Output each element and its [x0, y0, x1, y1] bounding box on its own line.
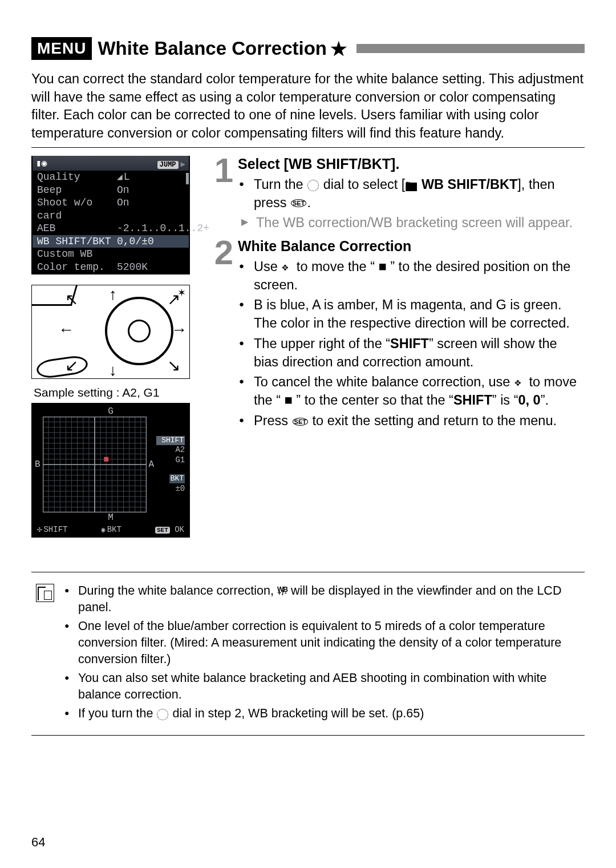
page-title: White Balance Correction: [98, 38, 327, 59]
axis-g-label: G: [35, 406, 187, 417]
camera-menu-row-label: Color temp.: [37, 261, 117, 274]
camera-menu-row-value: ◢L: [117, 171, 129, 184]
set-ok-label: SET OK: [155, 525, 184, 534]
camera-menu-row: Color temp.5200K: [33, 261, 189, 274]
dial-icon: [157, 709, 168, 720]
sample-setting-label: Sample setting : A2, G1: [34, 386, 201, 399]
camera-menu-row: BeepOn: [33, 184, 189, 197]
camera-menu-row-value: -2..1..0..1..2+: [117, 222, 209, 235]
step: 2White Balance CorrectionUse ✥ to move t…: [208, 238, 585, 432]
scroll-indicator: [186, 173, 189, 184]
bullet: To cancel the white balance correction, …: [238, 373, 585, 409]
ok-label: OK: [175, 525, 184, 534]
set-icon: SET: [293, 418, 308, 426]
content-area: ▮◉ JUMP▶ Quality◢LBeepOnShoot w/o cardOn…: [31, 156, 585, 538]
arrow-up-icon: ↑: [109, 285, 117, 304]
bkt-value: ±0: [156, 484, 185, 494]
grid-readout: SHIFT A2 G1 BKT ±0: [156, 436, 186, 494]
camera-menu-topbar: ▮◉ JUMP▶: [33, 156, 189, 171]
step: 1Select [WB SHIFT/BKT].Turn the dial to …: [208, 156, 585, 235]
camera-menu-row-value: 5200K: [117, 261, 148, 274]
manual-page: MENU White Balance Correction ★ You can …: [0, 0, 616, 868]
arrow-ne-icon: ↗: [167, 290, 180, 309]
right-arrow-icon: ▶: [181, 160, 185, 169]
bullet: Use ✥ to move the “ ■ ” to the desired p…: [238, 258, 585, 294]
camera-icon: ▮◉: [36, 158, 47, 169]
shift-g-value: G1: [156, 455, 185, 466]
note-item: During the white balance correction, WB+…: [64, 583, 580, 616]
camera-menu-row: AEB-2..1..0..1..2+: [33, 222, 189, 235]
axis-a-label: A: [149, 459, 155, 470]
camera-menu-row-label: Shoot w/o card: [37, 196, 117, 222]
note-icon: [36, 584, 54, 602]
step-title: Select [WB SHIFT/BKT].: [238, 156, 585, 172]
bullet: Press SET to exit the setting and return…: [238, 412, 585, 430]
page-title-row: MENU White Balance Correction ★: [31, 37, 585, 60]
title-bar: [356, 44, 585, 53]
camera-menu-row-value: On: [117, 196, 129, 222]
camera-menu-row-value: On: [117, 184, 129, 197]
camera-menu-row-label: AEB: [37, 222, 117, 235]
camera-menu-row-label: WB SHIFT/BKT: [37, 235, 117, 248]
star-icon: ★: [330, 38, 347, 60]
shift-section-label: SHIFT: [156, 436, 185, 445]
right-column: 1Select [WB SHIFT/BKT].Turn the dial to …: [208, 156, 585, 538]
note-item: You can also set white balance bracketin…: [64, 670, 580, 703]
note-block: During the white balance correction, WB+…: [31, 572, 585, 735]
axis-m-label: M: [35, 512, 187, 523]
divider: [31, 147, 585, 148]
camera-menu-row: Shoot w/o cardOn: [33, 196, 189, 222]
camera-menu-row-label: Custom WB: [37, 248, 117, 261]
bkt-control-label: BKT: [101, 525, 121, 534]
intro-paragraph: You can correct the standard color tempe…: [31, 70, 585, 143]
step-bullets: Use ✥ to move the “ ■ ” to the desired p…: [238, 258, 585, 430]
page-number: 64: [31, 835, 45, 850]
left-column: ▮◉ JUMP▶ Quality◢LBeepOnShoot w/o cardOn…: [31, 156, 201, 538]
set-badge: SET: [155, 527, 170, 534]
arrow-left-icon: ←: [58, 321, 74, 339]
bullet: The WB correction/WB bracketing screen w…: [240, 214, 585, 232]
step-number: 2: [208, 238, 233, 432]
bullet: B is blue, A is amber, M is magenta, and…: [238, 296, 585, 332]
camera-menu-row: Quality◢L: [33, 171, 189, 184]
note-item: One level of the blue/amber correction i…: [64, 618, 580, 668]
camera-icon: [405, 177, 418, 192]
shift-a-value: A2: [156, 445, 185, 455]
wb-grid: [43, 417, 147, 512]
wb-shift-grid-screenshot: G B A SHIFT A2 G1 BKT ±0 M SHIFT: [31, 403, 190, 538]
axis-b-label: B: [35, 459, 40, 470]
camera-menu-screenshot: ▮◉ JUMP▶ Quality◢LBeepOnShoot w/o cardOn…: [31, 156, 190, 275]
multi-controller-illustration: ✶ ↑ ↓ → ← ↗ ↖ ↘ ↙: [31, 285, 190, 379]
bullet: The upper right of the “SHIFT” screen wi…: [238, 335, 585, 371]
camera-menu-row-value: 0,0/±0: [117, 235, 154, 248]
step-title: White Balance Correction: [238, 238, 585, 255]
arrow-se-icon: ↘: [167, 356, 180, 375]
bkt-section-label: BKT: [169, 474, 185, 483]
arrow-down-icon: ↓: [109, 361, 117, 379]
dial-icon: [307, 180, 319, 191]
note-list: During the white balance correction, WB+…: [64, 583, 580, 724]
arrow-nw-icon: ↖: [65, 290, 78, 309]
jump-badge: JUMP: [157, 161, 179, 169]
wb-plus-minus-icon: WB+/-: [277, 587, 287, 596]
camera-menu-row: Custom WB: [33, 248, 189, 261]
camera-menu-row-label: Quality: [37, 171, 117, 184]
menu-badge: MENU: [31, 37, 92, 60]
arrow-right-icon: →: [171, 321, 187, 339]
shift-control-label: SHIFT: [37, 524, 67, 534]
multi-controller-icon: ✥: [282, 263, 292, 273]
set-icon: SET: [291, 199, 306, 207]
note-item: If you turn the dial in step 2, WB brack…: [64, 705, 580, 722]
camera-menu-row-label: Beep: [37, 184, 117, 197]
jog-dial-icon: [35, 354, 89, 379]
camera-menu-row: WB SHIFT/BKT0,0/±0: [33, 235, 189, 248]
step-number: 1: [208, 156, 233, 235]
step-bullets: Turn the dial to select [ WB SHIFT/BKT],…: [238, 176, 585, 232]
bullet: Turn the dial to select [ WB SHIFT/BKT],…: [238, 176, 585, 212]
svg-rect-42: [104, 457, 108, 462]
multi-controller-icon: ✥: [514, 378, 525, 388]
